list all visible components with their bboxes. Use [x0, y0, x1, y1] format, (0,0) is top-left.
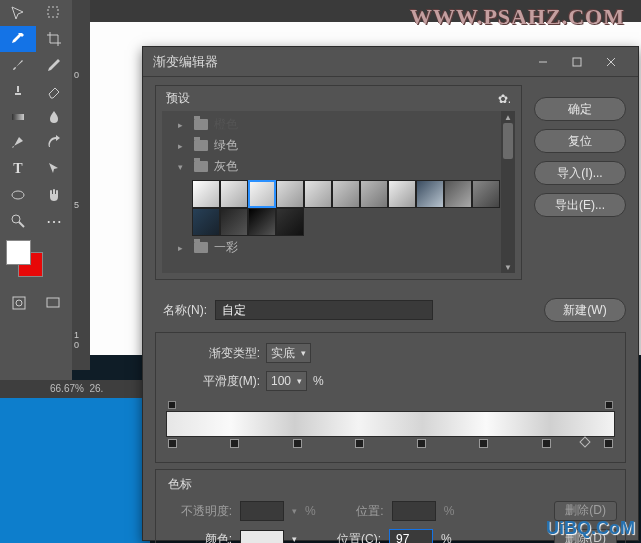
ellipse-tool[interactable] [0, 182, 36, 208]
color-stop[interactable] [542, 439, 551, 448]
path-select-tool[interactable] [36, 156, 72, 182]
brush-tool[interactable] [0, 52, 36, 78]
gradient-swatch[interactable] [304, 180, 332, 208]
smoothness-input[interactable]: 100▾ [266, 371, 307, 391]
scroll-up-icon[interactable]: ▲ [501, 111, 515, 123]
stop-color-swatch[interactable] [240, 530, 284, 543]
gradient-swatch[interactable] [276, 180, 304, 208]
zoom-value: 66.67% [50, 383, 84, 394]
opacity-label: 不透明度: [164, 503, 232, 520]
foreground-background-swatch[interactable] [6, 240, 46, 280]
blur-tool[interactable] [36, 104, 72, 130]
folder-icon [194, 140, 208, 151]
hand-tool[interactable] [36, 182, 72, 208]
presets-gear-icon[interactable]: ✿. [498, 92, 511, 106]
color-stop[interactable] [355, 439, 364, 448]
reset-button[interactable]: 复位 [534, 129, 626, 153]
chevron-down-icon[interactable]: ▾ [292, 534, 297, 543]
color-stop[interactable] [168, 439, 177, 448]
ok-button[interactable]: 确定 [534, 97, 626, 121]
folder-icon [194, 242, 208, 253]
foreground-color[interactable] [6, 240, 31, 265]
zoom-tool[interactable] [0, 208, 36, 234]
scrollbar[interactable]: ▲ ▼ [501, 111, 515, 273]
gradient-swatch[interactable] [388, 180, 416, 208]
svg-rect-5 [13, 297, 25, 309]
svg-line-4 [19, 222, 24, 227]
chevron-down-icon: ▾ [297, 376, 302, 386]
gradient-swatch[interactable] [192, 208, 220, 236]
gradtype-select[interactable]: 实底▾ [266, 343, 311, 363]
position-label: 位置: [324, 503, 384, 520]
smoothness-label: 平滑度(M): [164, 373, 260, 390]
svg-point-6 [16, 300, 22, 306]
gradient-swatch[interactable] [220, 208, 248, 236]
new-button[interactable]: 新建(W) [544, 298, 626, 322]
import-button[interactable]: 导入(I)... [534, 161, 626, 185]
gradient-swatches [174, 178, 503, 238]
maximize-button[interactable] [560, 50, 594, 74]
color-stop[interactable] [293, 439, 302, 448]
crop-tool[interactable] [36, 26, 72, 52]
preset-folder[interactable]: ▸一彩 [174, 238, 503, 259]
gradient-swatch[interactable] [472, 180, 500, 208]
presets-title: 预设 [166, 90, 498, 107]
preset-folder[interactable]: ▸橙色 [174, 115, 503, 136]
zoom-status: 66.67% 26. [0, 380, 145, 398]
midpoint-diamond[interactable] [579, 436, 590, 447]
tools-panel: T ⋯ [0, 0, 72, 397]
scrollbar-thumb[interactable] [503, 123, 513, 159]
name-label: 名称(N): [155, 302, 207, 319]
scroll-down-icon[interactable]: ▼ [501, 261, 515, 273]
gradient-swatch[interactable] [220, 180, 248, 208]
gradient-swatch-selected[interactable] [248, 180, 276, 208]
gradient-swatch[interactable] [248, 208, 276, 236]
name-input[interactable] [215, 300, 433, 320]
gradient-swatch[interactable] [276, 208, 304, 236]
gradient-swatch[interactable] [444, 180, 472, 208]
position-unit: % [444, 504, 455, 518]
gradtype-label: 渐变类型: [164, 345, 260, 362]
type-tool[interactable]: T [0, 156, 36, 182]
svg-point-2 [12, 191, 24, 199]
opacity-stop[interactable] [605, 401, 613, 409]
more-tools[interactable]: ⋯ [36, 208, 72, 234]
svg-rect-1 [12, 114, 24, 120]
pen-tool[interactable] [0, 130, 36, 156]
svg-rect-0 [48, 7, 58, 17]
export-button[interactable]: 导出(E)... [534, 193, 626, 217]
opacity-stop[interactable] [168, 401, 176, 409]
gradient-tool[interactable] [0, 104, 36, 130]
quickmask-tool[interactable] [4, 290, 34, 316]
svg-rect-9 [573, 58, 581, 66]
stamp-tool[interactable] [0, 78, 36, 104]
preset-folder[interactable]: ▾灰色 [174, 157, 503, 178]
eraser-tool[interactable] [36, 78, 72, 104]
color-stop[interactable] [230, 439, 239, 448]
gradient-swatch[interactable] [360, 180, 388, 208]
color-stop[interactable] [604, 439, 613, 448]
history-brush-tool[interactable] [36, 130, 72, 156]
position2-input[interactable] [389, 529, 433, 543]
dialog-titlebar[interactable]: 渐变编辑器 [143, 47, 638, 77]
move-tool[interactable] [0, 0, 36, 26]
preset-folder[interactable]: ▸绿色 [174, 136, 503, 157]
color-stop[interactable] [417, 439, 426, 448]
close-button[interactable] [594, 50, 628, 74]
pencil-tool[interactable] [36, 52, 72, 78]
gradient-bar[interactable] [166, 411, 615, 437]
watermark-top: WWW.PSAHZ.COM [410, 4, 625, 30]
artboard-tool[interactable] [36, 0, 72, 26]
presets-list[interactable]: ▸橙色 ▸绿色 ▾灰色 [162, 111, 515, 273]
chevron-down-icon: ▾ [292, 506, 297, 516]
screenmode-tool[interactable] [38, 290, 68, 316]
color-stop[interactable] [479, 439, 488, 448]
gradient-swatch[interactable] [416, 180, 444, 208]
watermark-bottom: UiBQ.CoM [546, 518, 635, 539]
vertical-ruler: 0 5 10 [72, 0, 90, 370]
eyedropper-tool[interactable] [0, 26, 36, 52]
opacity-input [240, 501, 284, 521]
minimize-button[interactable] [526, 50, 560, 74]
gradient-swatch[interactable] [332, 180, 360, 208]
gradient-swatch[interactable] [192, 180, 220, 208]
